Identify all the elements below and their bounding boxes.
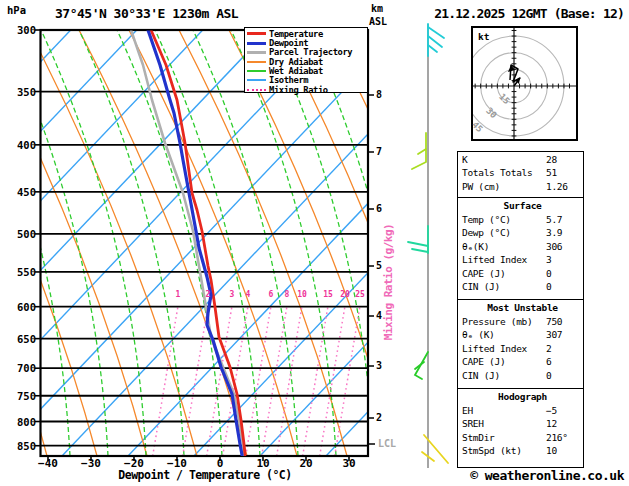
pressure-tick-label: 350	[2, 87, 36, 97]
legend-item: Wet Adiabat	[245, 66, 367, 75]
table-row-value: 3	[546, 253, 551, 266]
table-header: Most Unstable	[462, 301, 583, 315]
table-row-label: SREH	[462, 417, 546, 430]
km-tick-label: 2	[376, 413, 382, 423]
table-row-value: 0	[546, 280, 551, 293]
table-row: Lifted Index2	[462, 342, 583, 355]
table-row: Dewp (°C)3.9	[462, 226, 583, 239]
table-row-label: θₑ (K)	[462, 328, 546, 341]
legend-item: Isotherm	[245, 76, 367, 85]
table-row-label: CAPE (J)	[462, 355, 546, 368]
table-row: Totals Totals51	[462, 166, 583, 179]
table-row-value: 216°	[546, 431, 568, 444]
table-row: Temp (°C)5.7	[462, 213, 583, 226]
mixing-ratio-value-label: 2	[199, 290, 217, 299]
table-row-value: 1.26	[546, 180, 568, 193]
table-row-label: Temp (°C)	[462, 213, 546, 226]
table-row-label: CIN (J)	[462, 369, 546, 382]
table-row-label: Totals Totals	[462, 166, 546, 179]
km-tick-label: 8	[376, 90, 382, 100]
table-row-value: 307	[546, 328, 562, 341]
table-row-label: Lifted Index	[462, 253, 546, 266]
pressure-tick-label: 550	[2, 267, 36, 277]
mixing-ratio-axis-title: Mixing Ratio (g/kg)	[382, 224, 395, 340]
legend: TemperatureDewpointParcel TrajectoryDry …	[244, 27, 368, 93]
mixing-ratio-value-label: 4	[239, 290, 257, 299]
table-row-value: 6	[546, 355, 551, 368]
pressure-tick-label: 400	[2, 140, 36, 150]
legend-label: Mixing Ratio	[269, 85, 328, 95]
pressure-tick-label: 700	[2, 363, 36, 373]
mixing-ratio-value-label: 15	[319, 290, 337, 299]
legend-item: Temperature	[245, 29, 367, 38]
pressure-tick-label: 750	[2, 391, 36, 401]
table-row-label: Dewp (°C)	[462, 226, 546, 239]
table-row-value: 51	[546, 166, 557, 179]
table-row: SREH12	[462, 417, 583, 430]
legend-item: Mixing Ratio	[245, 85, 367, 94]
copyright-footer: © weatheronline.co.uk	[400, 468, 624, 483]
legend-item: Dewpoint	[245, 38, 367, 47]
table-row: CIN (J)0	[462, 280, 583, 293]
legend-swatch-wet-adiabat	[247, 70, 266, 72]
indices-table-most-unstable: Most UnstablePressure (mb)750θₑ (K)307Li…	[457, 299, 584, 389]
pressure-tick-label: 300	[2, 25, 36, 35]
table-row-label: EH	[462, 404, 546, 417]
table-row: CIN (J)0	[462, 369, 583, 382]
table-row-value: 5.7	[546, 213, 562, 226]
station-title: 37°45'N 30°33'E 1230m ASL	[55, 6, 238, 21]
table-row-value: 10	[546, 444, 557, 457]
wind-barb-column	[408, 24, 448, 468]
table-row: CAPE (J)6	[462, 355, 583, 368]
table-row-label: StmSpd (kt)	[462, 444, 546, 457]
table-row: θₑ(K)306	[462, 240, 583, 253]
legend-swatch-parcel-trajectory	[247, 51, 266, 54]
km-axis-unit: km	[371, 3, 383, 14]
table-row: Lifted Index3	[462, 253, 583, 266]
table-row-value: 12	[546, 417, 557, 430]
legend-item: Parcel Trajectory	[245, 48, 367, 57]
table-row-label: CAPE (J)	[462, 267, 546, 280]
table-header: Surface	[462, 199, 583, 213]
table-row-value: −5	[546, 404, 557, 417]
table-row-value: 0	[546, 369, 551, 382]
table-row: Pressure (mb)750	[462, 315, 583, 328]
asl-axis-unit: ASL	[369, 16, 387, 27]
pressure-tick-label: 450	[2, 187, 36, 197]
table-row-label: K	[462, 153, 546, 166]
table-row-value: 28	[546, 153, 557, 166]
legend-swatch-dewpoint	[247, 42, 266, 45]
pressure-tick-label: 500	[2, 229, 36, 239]
table-row-label: θₑ(K)	[462, 240, 546, 253]
run-title: 21.12.2025 12GMT (Base: 12)	[408, 6, 624, 21]
table-row: CAPE (J)0	[462, 267, 583, 280]
table-row-label: Pressure (mb)	[462, 315, 546, 328]
indices-table-hodograph: HodographEH−5SREH12StmDir216°StmSpd (kt)…	[457, 388, 584, 468]
legend-swatch-dry-adiabat	[247, 61, 266, 63]
table-row-value: 0	[546, 267, 551, 280]
table-row-value: 3.9	[546, 226, 562, 239]
legend-swatch-isotherm	[247, 79, 266, 81]
pressure-tick-label: 650	[2, 334, 36, 344]
pressure-tick-label: 600	[2, 302, 36, 312]
pressure-unit-label: hPa	[7, 4, 26, 16]
table-row: StmDir216°	[462, 431, 583, 444]
legend-item: Dry Adiabat	[245, 57, 367, 66]
table-row: θₑ (K)307	[462, 328, 583, 341]
indices-table-surface: SurfaceTemp (°C)5.7Dewp (°C)3.9θₑ(K)306L…	[457, 197, 584, 300]
table-row: EH−5	[462, 404, 583, 417]
mixing-ratio-value-label: 25	[351, 290, 369, 299]
table-row-label: PW (cm)	[462, 180, 546, 193]
km-tick-label: 6	[376, 204, 382, 214]
legend-swatch-temperature	[247, 32, 266, 35]
table-row-label: Lifted Index	[462, 342, 546, 355]
table-row: StmSpd (kt)10	[462, 444, 583, 457]
km-tick-label: 7	[376, 147, 382, 157]
table-row-label: CIN (J)	[462, 280, 546, 293]
indices-table-summary: K28Totals Totals51PW (cm)1.26	[457, 151, 584, 198]
mixing-ratio-value-label: 10	[293, 290, 311, 299]
skewt-sounding-chart: hPa 37°45'N 30°33'E 1230m ASL km ASL 21.…	[0, 0, 629, 486]
pressure-tick-label: 800	[2, 417, 36, 427]
hodograph-unit-label: kt	[478, 31, 489, 42]
km-tick-label: 3	[376, 361, 382, 371]
